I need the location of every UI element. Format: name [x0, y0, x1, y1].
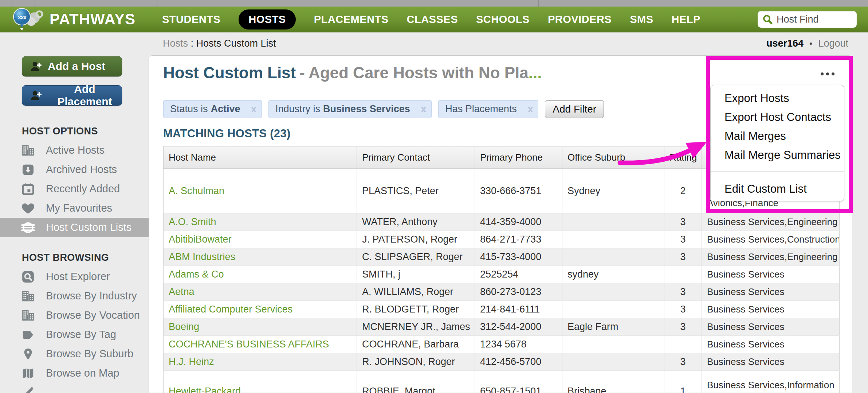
- menu-item-export-host-contacts[interactable]: Export Host Contacts: [711, 108, 844, 127]
- search-input[interactable]: [776, 13, 850, 25]
- sidebar-item-active-hosts[interactable]: Active Hosts: [0, 141, 149, 160]
- button-label: Add Placement: [48, 83, 122, 108]
- sidebar-item-browse-by-vocation[interactable]: Browse By Vocation: [0, 306, 149, 325]
- map-pin-icon: [21, 347, 35, 361]
- cell-phone: 860-273-0123: [475, 283, 562, 301]
- add-placement-button[interactable]: Add Placement: [22, 85, 122, 106]
- cell-rating: 2: [664, 169, 702, 213]
- cell-industries: Business Services,Engineering: [702, 213, 840, 231]
- nav-item-placements[interactable]: PLACEMENTS: [314, 13, 389, 25]
- sidebar-item-label: Host Custom Lists: [46, 221, 131, 233]
- logout-link[interactable]: Logout: [818, 38, 848, 49]
- cell-contact: SMITH, j: [357, 266, 475, 283]
- add-filter-button[interactable]: Add Filter: [545, 100, 604, 118]
- remove-filter-icon[interactable]: x: [251, 103, 256, 115]
- search-icon: [762, 14, 773, 25]
- list-actions-menu: Export HostsExport Host ContactsMail Mer…: [710, 85, 844, 201]
- host-name-link[interactable]: A.O. Smith: [169, 216, 216, 227]
- host-name-link[interactable]: ABM Industries: [169, 251, 235, 262]
- tag-icon: [21, 328, 35, 342]
- host-name-link[interactable]: Affiliated Computer Services: [169, 304, 292, 315]
- table-row: ABM IndustriesC. SLIPSAGER, Roger415-733…: [164, 248, 840, 266]
- breadcrumb-section[interactable]: Hosts: [163, 38, 188, 49]
- cell-suburb: Eagle Farm: [562, 318, 664, 336]
- host-name-link[interactable]: A. Schulman: [169, 185, 224, 196]
- filter-value: Active: [211, 103, 240, 115]
- person-plus-icon: [30, 89, 43, 102]
- more-options-button[interactable]: [818, 70, 837, 78]
- gear-list-icon: [21, 221, 35, 235]
- cell-contact: MCNERNEY JR., James: [357, 318, 475, 336]
- table-row: AetnaA. WILLIAMS, Roger860-273-01233Busi…: [164, 283, 840, 301]
- cell-phone: 312-544-2000: [475, 318, 562, 336]
- column-header-primary-contact[interactable]: Primary Contact: [357, 146, 475, 169]
- menu-item-mail-merges[interactable]: Mail Merges: [711, 127, 844, 146]
- nav-item-providers[interactable]: PROVIDERS: [548, 13, 612, 25]
- cell-contact: WATER, Anthony: [357, 213, 475, 231]
- cell-rating: 3: [664, 248, 702, 266]
- sidebar-section-title-host-browsing: HOST BROWSING: [0, 252, 149, 263]
- filter-bar: Status isActivexIndustry isBusiness Serv…: [163, 100, 604, 118]
- host-name-link[interactable]: Adams & Co: [169, 269, 224, 280]
- host-name-link[interactable]: H.J. Heinz: [169, 356, 214, 367]
- search-square-icon: [21, 270, 35, 284]
- sidebar-item-label: Recently Added: [46, 183, 120, 195]
- host-name-link[interactable]: AbitibiBowater: [169, 234, 232, 245]
- host-name-link[interactable]: Aetna: [169, 286, 195, 297]
- nav-item-schools[interactable]: SCHOOLS: [476, 13, 530, 25]
- cell-industries: Business Services: [702, 336, 840, 353]
- cell-rating: 3: [664, 231, 702, 248]
- column-header-office-suburb[interactable]: Office Suburb: [562, 146, 664, 169]
- sidebar-item-host-explorer[interactable]: Host Explorer: [0, 267, 149, 286]
- sidebar-item-browse-by-suburb[interactable]: Browse By Suburb: [0, 344, 149, 363]
- menu-item-export-hosts[interactable]: Export Hosts: [711, 89, 844, 108]
- cell-rating: [664, 266, 702, 283]
- sidebar-item-label: Browse on Map: [46, 367, 119, 379]
- sidebar-item-recently-added[interactable]: Recently Added: [0, 179, 149, 199]
- nav-item-help[interactable]: HELP: [672, 13, 700, 25]
- breadcrumb: Hosts : Hosts Custom List: [163, 38, 276, 49]
- sidebar-item-my-favourites[interactable]: My Favourites: [0, 199, 149, 218]
- remove-filter-icon[interactable]: x: [421, 103, 426, 115]
- nav-item-classes[interactable]: CLASSES: [407, 13, 458, 25]
- button-label: Add a Host: [48, 60, 105, 72]
- sidebar-actions: Add a HostAdd Placement: [0, 56, 149, 106]
- filter-chips: Status isActivexIndustry isBusiness Serv…: [163, 100, 538, 118]
- cell-contact: C. SLIPSAGER, Roger: [357, 248, 475, 266]
- window-chrome-strip: [0, 0, 868, 7]
- primary-nav: STUDENTSHOSTSPLACEMENTSCLASSESSCHOOLSPRO…: [162, 7, 700, 32]
- username-label: user164: [766, 38, 804, 49]
- column-header-primary-phone[interactable]: Primary Phone: [475, 146, 562, 169]
- map-icon: [21, 366, 35, 380]
- menu-item-edit-custom-list[interactable]: Edit Custom List: [711, 172, 844, 199]
- sidebar-item-browse-by-industry[interactable]: Browse By Industry: [0, 286, 149, 306]
- sidebar-item-label: Browse By Industry: [46, 290, 137, 302]
- svg-text:xxx: xxx: [18, 14, 27, 21]
- table-row: Adams & CoSMITH, j2525254sydneyBusiness …: [164, 266, 840, 283]
- cell-rating: 1: [664, 371, 702, 393]
- table-row: AbitibiBowaterJ. PATERSON, Roger864-271-…: [164, 231, 840, 248]
- cell-contact: PLASTICS, Peter: [357, 169, 475, 213]
- column-header-rating[interactable]: Rating: [664, 146, 702, 169]
- cell-rating: 3: [664, 318, 702, 336]
- host-name-link[interactable]: COCHRANE'S BUSINESS AFFAIRS: [169, 339, 329, 350]
- cell-phone: 214-841-6111: [475, 301, 562, 318]
- nav-item-hosts[interactable]: HOSTS: [239, 9, 295, 30]
- sidebar-section-title-host-options: HOST OPTIONS: [0, 125, 149, 137]
- host-name-link[interactable]: Boeing: [169, 321, 199, 332]
- menu-item-mail-merge-summaries[interactable]: Mail Merge Summaries: [711, 146, 844, 165]
- nav-item-students[interactable]: STUDENTS: [162, 13, 220, 25]
- sidebar-item-item[interactable]: [0, 383, 149, 393]
- add-a-host-button[interactable]: Add a Host: [22, 56, 122, 76]
- sidebar-item-host-custom-lists[interactable]: Host Custom Lists: [0, 218, 149, 237]
- column-header-host-name[interactable]: Host Name: [164, 146, 357, 169]
- cell-industries: Business Services: [702, 353, 840, 371]
- nav-item-sms[interactable]: SMS: [630, 13, 653, 25]
- sidebar-item-browse-on-map[interactable]: Browse on Map: [0, 363, 149, 383]
- sidebar-item-archived-hosts[interactable]: Archived Hosts: [0, 160, 149, 179]
- host-name-link[interactable]: Hewlett-Packard: [169, 386, 241, 393]
- page-title-prefix: Host Custom List: [163, 64, 296, 82]
- sidebar-item-browse-by-tag[interactable]: Browse By Tag: [0, 325, 149, 344]
- remove-filter-icon[interactable]: x: [528, 103, 533, 115]
- table-row: COCHRANE'S BUSINESS AFFAIRSCOCHRANE, Bar…: [164, 336, 840, 353]
